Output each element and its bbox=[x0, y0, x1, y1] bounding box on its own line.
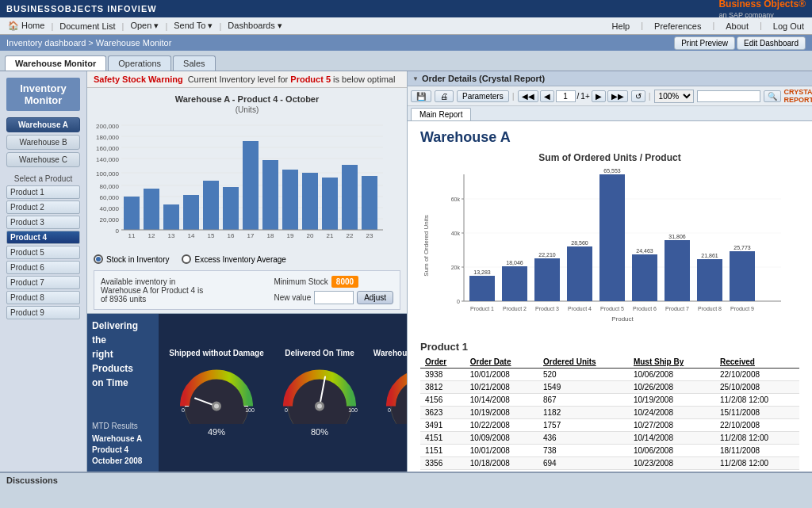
svg-rect-31 bbox=[342, 165, 358, 230]
nav-first-button[interactable]: ◀◀ bbox=[518, 90, 538, 102]
menu-help[interactable]: Help bbox=[607, 21, 635, 32]
left-panel: Inventory Monitor Warehouse A Warehouse … bbox=[0, 71, 87, 472]
new-value-label: New value bbox=[274, 293, 312, 302]
menu-dashboards[interactable]: Dashboards ▾ bbox=[223, 20, 286, 32]
product-1-button[interactable]: Product 1 bbox=[6, 185, 80, 199]
tab-warehouse-monitor[interactable]: Warehouse Monitor bbox=[5, 55, 106, 71]
svg-rect-20 bbox=[124, 197, 140, 230]
menu-home[interactable]: 🏠 Home bbox=[3, 20, 49, 32]
report-search-input[interactable] bbox=[697, 90, 760, 102]
edit-dashboard-button[interactable]: Edit Dashboard bbox=[737, 36, 806, 50]
svg-rect-23 bbox=[183, 195, 199, 230]
adjust-button[interactable]: Adjust bbox=[357, 291, 393, 304]
tab-operations[interactable]: Operations bbox=[108, 55, 171, 71]
collapse-icon[interactable]: ▼ bbox=[412, 75, 419, 82]
report-panel-title: Order Details (Crystal Report) bbox=[422, 74, 545, 83]
report-chart-title: Sum of Ordered Units / Product bbox=[420, 152, 799, 163]
report-save-button[interactable]: 💾 bbox=[411, 90, 431, 102]
report-params-button[interactable]: Parameters bbox=[457, 90, 509, 102]
svg-point-49 bbox=[214, 404, 219, 409]
report-content: Warehouse A Sum of Ordered Units / Produ… bbox=[408, 121, 812, 472]
svg-text:Product 8: Product 8 bbox=[698, 306, 722, 311]
col-ordered-units: Ordered Units bbox=[538, 356, 629, 369]
menu-preferences[interactable]: Preferences bbox=[649, 21, 706, 32]
nav-next-button[interactable]: ▶ bbox=[592, 90, 606, 102]
radio-stock-inventory[interactable]: Stock in Inventory bbox=[94, 254, 169, 264]
product-5-button[interactable]: Product 5 bbox=[6, 246, 80, 259]
safety-warning-product: Product 5 bbox=[290, 74, 331, 84]
product-6-button[interactable]: Product 6 bbox=[6, 261, 80, 274]
svg-rect-81 bbox=[502, 266, 527, 301]
zoom-select[interactable]: 100% 75% 150% bbox=[654, 90, 694, 103]
safety-warning-label: Safety Stock Warning bbox=[94, 74, 183, 84]
svg-text:Product 2: Product 2 bbox=[503, 306, 527, 311]
nav-last-button[interactable]: ▶▶ bbox=[607, 90, 628, 102]
svg-text:Product 4: Product 4 bbox=[568, 306, 592, 311]
gauge-delivered-value: 80% bbox=[268, 427, 371, 437]
table-row: 381210/21/2008154910/26/200825/10/2008 bbox=[420, 381, 799, 394]
svg-text:100: 100 bbox=[348, 407, 358, 413]
table-row: 408110/13/2008119710/18/200822/10/2008 bbox=[420, 470, 799, 472]
svg-rect-83 bbox=[534, 258, 560, 301]
menu-about[interactable]: About bbox=[721, 21, 753, 32]
warehouse-b-button[interactable]: Warehouse B bbox=[6, 135, 80, 150]
svg-text:40,000: 40,000 bbox=[100, 205, 120, 212]
tab-sales[interactable]: Sales bbox=[173, 55, 216, 71]
menu-document-list[interactable]: Document List bbox=[55, 21, 120, 32]
product-3-button[interactable]: Product 3 bbox=[6, 216, 80, 229]
svg-rect-28 bbox=[282, 170, 298, 230]
inventory-text: Available inventory in Warehouse A for P… bbox=[101, 277, 203, 304]
table-row: 115110/01/200873810/06/200818/11/2008 bbox=[420, 445, 799, 457]
new-value-input[interactable] bbox=[314, 291, 354, 304]
svg-text:100: 100 bbox=[245, 407, 255, 413]
inventory-info-bar: Available inventory in Warehouse A for P… bbox=[94, 270, 400, 310]
refresh-button[interactable]: ↺ bbox=[631, 90, 645, 102]
product-2-button[interactable]: Product 2 bbox=[6, 201, 80, 214]
svg-text:22,210: 22,210 bbox=[538, 252, 556, 258]
svg-rect-27 bbox=[262, 160, 278, 230]
report-search-button[interactable]: 🔍 bbox=[764, 90, 781, 102]
svg-rect-32 bbox=[362, 176, 377, 230]
safety-warning-bar: Safety Stock Warning Current Inventory l… bbox=[87, 71, 407, 88]
product-8-button[interactable]: Product 8 bbox=[6, 291, 80, 304]
gauge-delivered-title: Delivered On Time bbox=[268, 349, 371, 357]
svg-rect-85 bbox=[567, 246, 592, 301]
gauge-shipped: Shipped without Damage bbox=[165, 349, 268, 437]
svg-text:21: 21 bbox=[327, 232, 334, 239]
warehouse-c-button[interactable]: Warehouse C bbox=[6, 152, 80, 167]
product-4-button[interactable]: Product 4 bbox=[6, 231, 80, 244]
center-panel: Safety Stock Warning Current Inventory l… bbox=[87, 71, 408, 472]
product-7-button[interactable]: Product 7 bbox=[6, 276, 80, 289]
svg-text:18: 18 bbox=[267, 232, 274, 239]
menu-send-to[interactable]: Send To ▾ bbox=[169, 20, 217, 32]
radio-excess-inventory[interactable]: Excess Inventory Average bbox=[182, 254, 285, 264]
report-panel-header: ▼ Order Details (Crystal Report) bbox=[408, 71, 812, 86]
menu-open[interactable]: Open ▾ bbox=[125, 20, 163, 32]
mtd-label: MTD Results bbox=[92, 421, 154, 432]
product-9-button[interactable]: Product 9 bbox=[6, 306, 80, 319]
svg-text:20: 20 bbox=[307, 232, 314, 239]
report-print-button[interactable]: 🖨 bbox=[435, 90, 454, 102]
status-label: Discussions bbox=[6, 476, 58, 485]
bottom-panel: DeliveringtherightProductson Time MTD Re… bbox=[87, 313, 407, 472]
menu-bar: 🏠 Home | Document List | Open ▾ | Send T… bbox=[0, 17, 812, 35]
delivering-title: DeliveringtherightProductson Time bbox=[92, 319, 154, 390]
nav-prev-button[interactable]: ◀ bbox=[540, 90, 554, 102]
gauge-delivered-svg: 0 100 bbox=[276, 361, 363, 424]
gauge-delivered: Delivered On Time bbox=[268, 349, 371, 437]
gauge-accuracy-svg: 0 100 bbox=[379, 361, 408, 424]
warehouse-a-button[interactable]: Warehouse A bbox=[6, 117, 80, 132]
svg-text:14: 14 bbox=[188, 232, 195, 239]
page-number-input[interactable] bbox=[556, 90, 576, 102]
svg-text:Product 7: Product 7 bbox=[665, 306, 689, 311]
svg-text:Product 3: Product 3 bbox=[535, 306, 559, 311]
report-main-tab[interactable]: Main Report bbox=[411, 108, 471, 120]
svg-text:31,806: 31,806 bbox=[668, 234, 686, 239]
menu-logout[interactable]: Log Out bbox=[768, 21, 809, 32]
mtd-results: MTD Results Warehouse A Product 4 Octobe… bbox=[92, 421, 154, 467]
gauge-shipped-svg: 0 100 bbox=[173, 361, 260, 424]
select-product-label: Select a Product bbox=[6, 174, 80, 183]
print-preview-button[interactable]: Print Preview bbox=[674, 36, 735, 50]
right-panel: ▼ Order Details (Crystal Report) 💾 🖨 Par… bbox=[408, 71, 812, 472]
svg-text:24,463: 24,463 bbox=[636, 248, 653, 254]
